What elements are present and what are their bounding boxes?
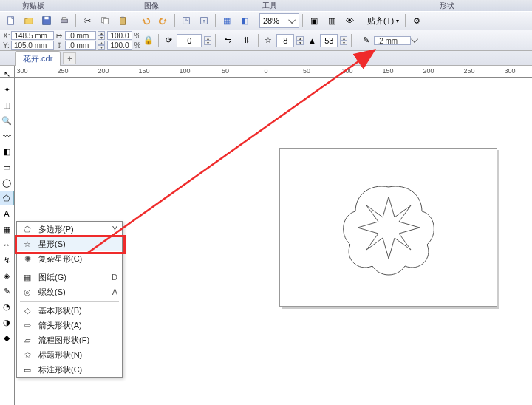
shape-icon: ⇨: [21, 321, 33, 330]
shape-icon: ✺: [21, 254, 33, 264]
polygon-tool-icon[interactable]: ⬠: [0, 191, 14, 205]
flyout-item[interactable]: ▱流程图形状(F): [17, 333, 122, 347]
flyout-label: 流程图形状(F): [38, 335, 102, 346]
flyout-item[interactable]: ✩标题形状(N): [17, 347, 122, 362]
print-icon[interactable]: [56, 13, 72, 29]
text-tool-icon[interactable]: A: [0, 206, 14, 221]
menu-item[interactable]: 形状: [414, 1, 480, 11]
freehand-tool-icon[interactable]: 〰: [0, 129, 14, 143]
workspace: 30025020015010050050100150200250300 ↖ ✦ …: [0, 66, 532, 405]
polygon-flyout: ⬠多边形(P)Y☆星形(S)✺复杂星形(C)▦图纸(G)D◎螺纹(S)A◇基本形…: [16, 221, 123, 378]
shortcut-key: D: [107, 273, 117, 282]
ellipse-tool-icon[interactable]: ◯: [0, 175, 14, 190]
outline-width-group: ✎ .2 mm: [360, 35, 418, 47]
spinner[interactable]: ▴▾: [204, 36, 211, 45]
options-icon[interactable]: ⚙: [409, 13, 425, 29]
smart-fill-icon[interactable]: ◧: [0, 144, 14, 159]
ruler-tick: 100: [341, 67, 352, 75]
menu-item[interactable]: 剪贴板: [0, 1, 66, 11]
ruler-tick: 0: [264, 67, 267, 75]
mirror-h-icon[interactable]: ⇋: [219, 33, 236, 49]
save-icon[interactable]: [38, 13, 55, 29]
spinner[interactable]: ▴▾: [340, 36, 347, 45]
menu-item[interactable]: 工具: [236, 1, 303, 11]
zoom-tool-icon[interactable]: 🔍: [0, 113, 14, 128]
flyout-item[interactable]: ◎螺纹(S)A: [17, 285, 122, 299]
star-points-input[interactable]: 8: [276, 34, 294, 47]
menu-item[interactable]: 图像: [118, 1, 185, 11]
flyout-label: 标注形状(C): [38, 364, 102, 375]
flyout-item[interactable]: ☆星形(S): [17, 236, 122, 251]
preview-icon[interactable]: 👁: [341, 13, 358, 29]
flyout-item[interactable]: ◇基本形状(B): [17, 303, 122, 318]
connector-tool-icon[interactable]: ↯: [0, 253, 14, 268]
ruler-tick: 150: [382, 67, 393, 75]
export-icon[interactable]: [196, 13, 212, 29]
outline-tool-icon[interactable]: ◔: [0, 299, 14, 314]
rotation-icon: ⟳: [163, 35, 174, 47]
pick-tool-icon[interactable]: ↖: [0, 67, 14, 81]
snap-label: 贴齐(T): [367, 16, 394, 27]
undo-icon[interactable]: [137, 13, 154, 29]
width-input[interactable]: .0 mm: [65, 31, 96, 40]
welcome-icon[interactable]: ◧: [236, 13, 253, 29]
scale-y-input[interactable]: 100.0: [107, 41, 132, 50]
sharpness-icon: ▲: [306, 35, 318, 47]
y-input[interactable]: 105.0 mm: [11, 41, 54, 50]
scale-x-input[interactable]: 100.0: [107, 31, 132, 40]
rotation-input[interactable]: 0: [177, 34, 202, 47]
dimension-tool-icon[interactable]: ↔: [0, 237, 14, 252]
flyout-item[interactable]: ✺复杂星形(C): [17, 251, 122, 266]
paste-icon[interactable]: [115, 13, 131, 29]
snap-to-dropdown[interactable]: 贴齐(T) ▾: [364, 13, 402, 29]
horizontal-ruler: 30025020015010050050100150200250300: [15, 66, 532, 78]
zoom-combo[interactable]: 28%: [259, 13, 299, 28]
spinner[interactable]: ▴▾: [296, 36, 304, 45]
height-icon: ↧: [56, 41, 64, 50]
table-tool-icon[interactable]: ▦: [0, 222, 14, 236]
size-group: ↦.0 mm▴▾ ↧.0 mm▴▾: [56, 31, 105, 50]
flyout-item[interactable]: ▭标注形状(C): [17, 362, 122, 377]
flyout-item[interactable]: ⬠多边形(P)Y: [17, 222, 122, 236]
shape-tool-icon[interactable]: ✦: [0, 82, 14, 97]
copy-icon[interactable]: [97, 13, 113, 29]
show-rulers-icon[interactable]: ▥: [324, 13, 340, 29]
outline-width-input[interactable]: .2 mm: [374, 36, 411, 45]
flyout-item[interactable]: ⇨箭头形状(A): [17, 318, 122, 333]
app-launcher-icon[interactable]: ▦: [219, 13, 235, 29]
spinner[interactable]: ▴▾: [98, 31, 105, 40]
effects-tool-icon[interactable]: ◈: [0, 268, 14, 283]
redo-icon[interactable]: [155, 13, 171, 29]
fullscreen-icon[interactable]: ▣: [306, 13, 322, 29]
flyout-item[interactable]: ▦图纸(G)D: [17, 270, 122, 285]
separator-icon: [158, 34, 159, 47]
height-input[interactable]: .0 mm: [65, 41, 96, 50]
interactive-fill-icon[interactable]: ◆: [0, 330, 14, 345]
separator: [20, 268, 119, 268]
y-label: Y:: [3, 41, 10, 50]
flyout-label: 箭头形状(A): [38, 320, 102, 331]
separator-icon: [174, 14, 175, 27]
shortcut-key: A: [107, 287, 117, 296]
flyout-label: 星形(S): [38, 239, 102, 250]
spinner[interactable]: ▴▾: [98, 41, 105, 50]
cut-icon[interactable]: ✂: [79, 13, 95, 29]
rectangle-tool-icon[interactable]: ▭: [0, 160, 14, 174]
import-icon[interactable]: [178, 13, 194, 29]
shape-icon: ▱: [21, 336, 33, 345]
separator-icon: [302, 14, 303, 27]
crop-tool-icon[interactable]: ◫: [0, 98, 14, 112]
add-document-button[interactable]: +: [63, 52, 76, 64]
new-icon[interactable]: [3, 13, 19, 29]
mirror-v-icon[interactable]: ⥮: [238, 33, 254, 49]
zoom-value: 28%: [263, 16, 279, 25]
document-tab[interactable]: 花卉.cdr: [15, 51, 61, 66]
lock-ratio-icon[interactable]: 🔒: [143, 31, 154, 50]
svg-rect-3: [61, 19, 68, 22]
eyedropper-tool-icon[interactable]: ✎: [0, 284, 14, 299]
separator-icon: [258, 34, 259, 47]
fill-tool-icon[interactable]: ◑: [0, 315, 14, 330]
x-input[interactable]: 148.5 mm: [11, 31, 54, 40]
star-sharp-input[interactable]: 53: [320, 34, 338, 47]
open-icon[interactable]: [21, 13, 37, 29]
